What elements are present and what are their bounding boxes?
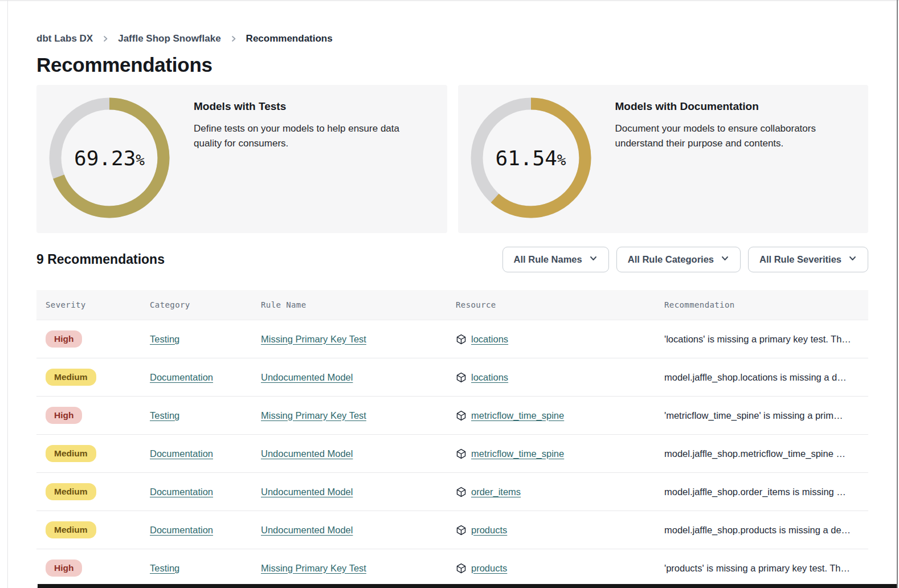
category-link[interactable]: Documentation (150, 448, 213, 459)
rule-severities-filter-dropdown[interactable]: All Rule Severities (748, 247, 868, 272)
category-link[interactable]: Testing (150, 563, 179, 573)
severity-cell: Medium (36, 445, 150, 462)
resource-cell: products (456, 563, 664, 574)
bottom-clipped-dark-bar (38, 584, 897, 588)
severity-badge: Medium (46, 369, 96, 385)
category-cell: Documentation (150, 525, 261, 536)
category-cell: Testing (150, 410, 261, 421)
card-description: Document your models to ensure collabora… (615, 121, 839, 150)
severity-cell: High (36, 330, 150, 347)
severity-badge: Medium (46, 483, 96, 500)
rule-name-link[interactable]: Undocumented Model (261, 372, 353, 382)
resource-link[interactable]: order_items (471, 487, 521, 497)
recommendation-text: model.jaffle_shop.locations is missing a… (664, 372, 868, 383)
docs-percent-value: 61.54% (471, 97, 591, 218)
category-link[interactable]: Testing (150, 410, 179, 420)
table-header-row: Severity Category Rule Name Resource Rec… (36, 290, 868, 320)
rule-name-link[interactable]: Missing Primary Key Test (261, 334, 366, 344)
category-cell: Documentation (150, 372, 261, 383)
rule-name-cell: Missing Primary Key Test (261, 563, 456, 574)
rule-name-cell: Undocumented Model (261, 372, 456, 383)
category-link[interactable]: Documentation (150, 372, 213, 382)
resource-link[interactable]: products (471, 563, 507, 574)
resource-cell: metricflow_time_spine (456, 410, 664, 421)
rule-name-cell: Missing Primary Key Test (261, 334, 456, 345)
rule-name-link[interactable]: Undocumented Model (261, 525, 353, 535)
category-cell: Testing (150, 334, 261, 345)
severity-cell: High (36, 560, 150, 576)
category-link[interactable]: Testing (150, 334, 179, 344)
chevron-right-icon (101, 35, 109, 43)
resource-link[interactable]: locations (471, 372, 508, 383)
table-row: High Testing Missing Primary Key Test lo… (36, 320, 868, 358)
table-row: Medium Documentation Undocumented Model … (36, 358, 868, 397)
window-right-edge (897, 0, 898, 588)
recommendation-text: 'locations' is missing a primary key tes… (664, 334, 868, 345)
column-header-category: Category (150, 300, 261, 309)
card-text-block: Models with Tests Define tests on your m… (170, 85, 447, 233)
rule-name-link[interactable]: Undocumented Model (261, 448, 353, 459)
severity-badge: Medium (46, 445, 96, 462)
resource-cell: order_items (456, 487, 664, 497)
severity-cell: High (36, 407, 150, 423)
severity-badge: High (46, 407, 82, 423)
column-header-resource: Resource (456, 300, 664, 309)
rule-name-cell: Undocumented Model (261, 487, 456, 497)
table-row: Medium Documentation Undocumented Model … (36, 435, 868, 473)
table-body: High Testing Missing Primary Key Test lo… (36, 320, 868, 587)
chevron-down-icon (721, 254, 729, 265)
package-cube-icon (456, 372, 467, 383)
rule-name-link[interactable]: Missing Primary Key Test (261, 563, 366, 573)
tests-percent-value: 69.23% (49, 97, 170, 218)
resource-link[interactable]: locations (471, 334, 508, 345)
package-cube-icon (456, 448, 467, 459)
recommendations-count-heading: 9 Recommendations (36, 252, 165, 267)
metric-cards: 69.23% Models with Tests Define tests on… (36, 85, 868, 233)
rule-name-link[interactable]: Missing Primary Key Test (261, 410, 366, 420)
breadcrumb: dbt Labs DX Jaffle Shop Snowflake Recomm… (36, 33, 868, 44)
severity-badge: High (46, 560, 82, 576)
severity-cell: Medium (36, 483, 150, 500)
tests-donut-chart: 69.23% (49, 97, 170, 218)
recommendation-text: model.jaffle_shop.metricflow_time_spine … (664, 448, 868, 459)
rule-categories-filter-dropdown[interactable]: All Rule Categories (616, 247, 741, 272)
filter-label: All Rule Severities (759, 254, 841, 265)
severity-badge: Medium (46, 521, 96, 538)
table-row: Medium Documentation Undocumented Model … (36, 511, 868, 549)
percent-sign: % (557, 152, 566, 169)
resource-cell: metricflow_time_spine (456, 448, 664, 459)
rule-name-cell: Undocumented Model (261, 448, 456, 459)
resource-link[interactable]: metricflow_time_spine (471, 410, 564, 421)
package-cube-icon (456, 525, 467, 536)
category-link[interactable]: Documentation (150, 525, 213, 535)
package-cube-icon (456, 334, 467, 345)
breadcrumb-current-page: Recommendations (246, 33, 333, 44)
filter-label: All Rule Names (514, 254, 582, 265)
resource-link[interactable]: products (471, 525, 507, 536)
table-row: High Testing Missing Primary Key Test me… (36, 397, 868, 435)
recommendation-text: model.jaffle_shop.order_items is missing… (664, 487, 868, 497)
category-cell: Documentation (150, 487, 261, 497)
category-link[interactable]: Documentation (150, 487, 213, 497)
severity-cell: Medium (36, 369, 150, 385)
docs-donut-chart: 61.54% (471, 97, 591, 218)
breadcrumb-account-link[interactable]: dbt Labs DX (36, 33, 93, 44)
card-text-block: Models with Documentation Document your … (591, 85, 856, 233)
chevron-right-icon (230, 35, 238, 43)
resource-link[interactable]: metricflow_time_spine (471, 448, 564, 459)
rule-name-cell: Undocumented Model (261, 525, 456, 536)
package-cube-icon (456, 563, 467, 574)
chevron-down-icon (848, 254, 857, 265)
table-row: High Testing Missing Primary Key Test pr… (36, 549, 868, 587)
rule-names-filter-dropdown[interactable]: All Rule Names (502, 247, 609, 272)
percent-number: 69.23 (74, 146, 136, 170)
rule-name-cell: Missing Primary Key Test (261, 410, 456, 421)
percent-sign: % (136, 152, 145, 169)
severity-cell: Medium (36, 521, 150, 538)
package-cube-icon (456, 487, 467, 497)
column-header-severity: Severity (36, 300, 150, 309)
models-with-documentation-card: 61.54% Models with Documentation Documen… (458, 85, 869, 233)
breadcrumb-project-link[interactable]: Jaffle Shop Snowflake (118, 33, 220, 44)
column-header-recommendation: Recommendation (664, 300, 868, 309)
rule-name-link[interactable]: Undocumented Model (261, 487, 353, 497)
